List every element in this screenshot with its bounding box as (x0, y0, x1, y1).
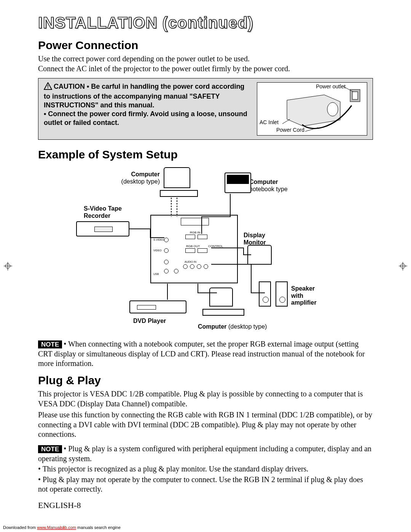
manualslib-link[interactable]: www.Manualslib.com (37, 525, 76, 530)
download-attribution: Downloaded from www.Manualslib.com manua… (3, 525, 121, 530)
device-keyboard-bottom (202, 309, 244, 316)
caution-lead: CAUTION (54, 83, 85, 90)
device-display-monitor (247, 245, 272, 265)
power-para: Use the correct power cord depending on … (38, 54, 373, 73)
crop-mark-left (4, 262, 12, 270)
power-para1: Use the correct power cord depending on … (38, 54, 250, 63)
device-projector-rear-panel: RGB IN RGB OUT CONTROL S-VIDEO VIDEO AUD… (150, 215, 238, 283)
label-svideo-port: S-VIDEO (153, 238, 164, 241)
page-title: INSTALLATION (continued) (38, 14, 373, 32)
note-badge-1: NOTE (38, 340, 62, 348)
device-speaker-right (276, 281, 288, 307)
device-desktop-monitor-bottom (209, 288, 233, 307)
port-dvi (181, 218, 209, 225)
note-2-text: • Plug & play is a system configured wit… (38, 444, 371, 463)
label-computer-desktop-bottom: Computer (desktop type) (198, 323, 267, 330)
heading-system-setup: Example of System Setup (38, 148, 373, 161)
note-1-text: • When connecting with a notebook comput… (38, 340, 365, 367)
device-speaker-left (259, 281, 271, 307)
note-1: NOTE• When connecting with a notebook co… (38, 339, 373, 369)
label-control: CONTROL (208, 244, 223, 248)
svg-line-6 (343, 86, 353, 92)
label-rgb-out: RGB OUT (186, 244, 200, 248)
projector-sketch-icon (257, 83, 368, 136)
device-keyboard-top (160, 190, 198, 197)
svg-rect-3 (352, 92, 358, 99)
note-badge-2: NOTE (38, 445, 62, 453)
svg-point-5 (327, 102, 338, 116)
crop-mark-right (399, 262, 407, 270)
plugplay-bullet2: • Plug & play may not operate by the com… (38, 475, 373, 494)
plugplay-para1: This projector is VESA DDC 1/2B compatib… (38, 389, 373, 409)
power-cord-illustration: Power outlet AC Inlet Power Cord (257, 82, 367, 136)
power-para2: Connect the AC inlet of the projector to… (38, 64, 290, 73)
heading-power-connection: Power Connection (38, 39, 373, 52)
label-computer-desktop-top: Computer (desktop type) (118, 171, 160, 185)
label-display-monitor: Display Monitor (244, 232, 274, 246)
system-setup-diagram: Computer (desktop type) Computer noteboo… (38, 163, 373, 335)
svg-line-7 (282, 119, 290, 124)
svg-text:!: ! (47, 84, 49, 89)
caution-text-block: ! CAUTION • Be carful in handling the po… (44, 82, 250, 127)
device-notebook (225, 173, 251, 193)
label-usb-port: USB (153, 273, 159, 275)
caution-box: ! CAUTION • Be carful in handling the po… (38, 78, 373, 140)
label-computer-notebook: Computer notebook type (249, 179, 288, 193)
device-desktop-monitor-top (164, 167, 190, 188)
device-svideo-recorder (76, 221, 129, 236)
page-number: ENGLISH-8 (38, 500, 373, 510)
label-speaker: Speaker with amplifier (291, 285, 325, 306)
label-audio-in: AUDIO IN (185, 260, 196, 263)
plugplay-para2: Please use this function by connecting t… (38, 410, 373, 439)
label-video-port: VIDEO (153, 249, 162, 252)
heading-plug-play: Plug & Play (38, 374, 373, 387)
label-dvd-player: DVD Player (133, 318, 166, 324)
label-rgb-in: RGB IN (190, 231, 201, 234)
download-suffix: manuals search engine (76, 525, 121, 530)
warning-icon: ! (44, 82, 52, 92)
plugplay-bullet1: • This projector is recognized as a plug… (38, 464, 373, 474)
device-dvd-player (129, 300, 186, 313)
note-2: NOTE• Plug & play is a system configured… (38, 444, 373, 463)
label-svideo-recorder: S-Video Tape Recorder (84, 205, 129, 219)
download-prefix: Downloaded from (3, 525, 37, 530)
